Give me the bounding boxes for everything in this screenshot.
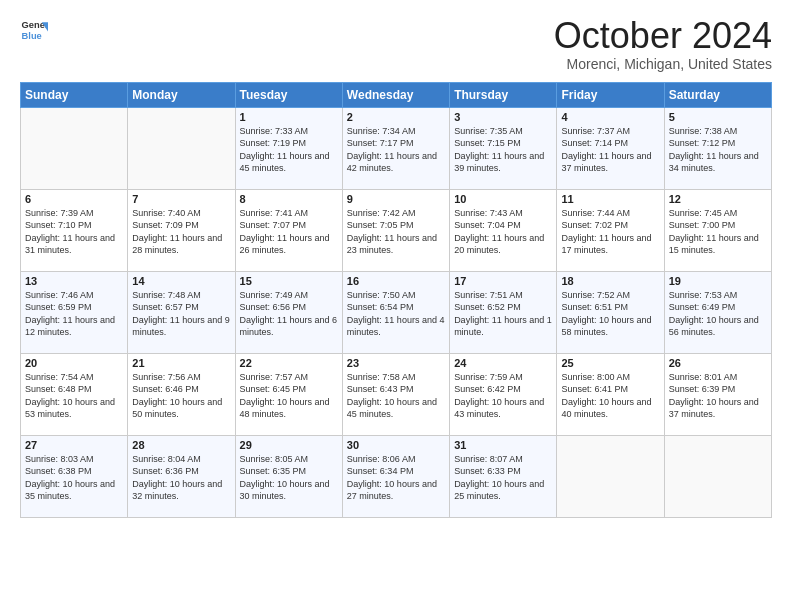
day-info: Sunrise: 7:48 AM Sunset: 6:57 PM Dayligh… xyxy=(132,289,230,339)
day-number: 10 xyxy=(454,193,552,205)
day-cell xyxy=(21,107,128,189)
logo-icon: General Blue xyxy=(20,16,48,44)
title-block: October 2024 Morenci, Michigan, United S… xyxy=(554,16,772,72)
day-number: 9 xyxy=(347,193,445,205)
day-info: Sunrise: 8:01 AM Sunset: 6:39 PM Dayligh… xyxy=(669,371,767,421)
day-number: 4 xyxy=(561,111,659,123)
day-number: 26 xyxy=(669,357,767,369)
calendar-subtitle: Morenci, Michigan, United States xyxy=(554,56,772,72)
day-info: Sunrise: 7:35 AM Sunset: 7:15 PM Dayligh… xyxy=(454,125,552,175)
day-info: Sunrise: 7:39 AM Sunset: 7:10 PM Dayligh… xyxy=(25,207,123,257)
day-number: 11 xyxy=(561,193,659,205)
day-number: 8 xyxy=(240,193,338,205)
day-info: Sunrise: 7:43 AM Sunset: 7:04 PM Dayligh… xyxy=(454,207,552,257)
day-cell: 21Sunrise: 7:56 AM Sunset: 6:46 PM Dayli… xyxy=(128,353,235,435)
day-info: Sunrise: 7:57 AM Sunset: 6:45 PM Dayligh… xyxy=(240,371,338,421)
day-number: 14 xyxy=(132,275,230,287)
header-wednesday: Wednesday xyxy=(342,82,449,107)
day-number: 7 xyxy=(132,193,230,205)
day-cell xyxy=(128,107,235,189)
day-info: Sunrise: 7:33 AM Sunset: 7:19 PM Dayligh… xyxy=(240,125,338,175)
day-info: Sunrise: 7:34 AM Sunset: 7:17 PM Dayligh… xyxy=(347,125,445,175)
day-cell: 30Sunrise: 8:06 AM Sunset: 6:34 PM Dayli… xyxy=(342,435,449,517)
day-info: Sunrise: 8:05 AM Sunset: 6:35 PM Dayligh… xyxy=(240,453,338,503)
day-info: Sunrise: 7:46 AM Sunset: 6:59 PM Dayligh… xyxy=(25,289,123,339)
day-number: 27 xyxy=(25,439,123,451)
day-info: Sunrise: 7:40 AM Sunset: 7:09 PM Dayligh… xyxy=(132,207,230,257)
day-number: 29 xyxy=(240,439,338,451)
calendar-header: General Blue October 2024 Morenci, Michi… xyxy=(20,16,772,72)
day-cell: 17Sunrise: 7:51 AM Sunset: 6:52 PM Dayli… xyxy=(450,271,557,353)
day-cell: 24Sunrise: 7:59 AM Sunset: 6:42 PM Dayli… xyxy=(450,353,557,435)
day-cell: 19Sunrise: 7:53 AM Sunset: 6:49 PM Dayli… xyxy=(664,271,771,353)
day-cell: 13Sunrise: 7:46 AM Sunset: 6:59 PM Dayli… xyxy=(21,271,128,353)
day-cell: 2Sunrise: 7:34 AM Sunset: 7:17 PM Daylig… xyxy=(342,107,449,189)
day-cell: 12Sunrise: 7:45 AM Sunset: 7:00 PM Dayli… xyxy=(664,189,771,271)
day-cell: 3Sunrise: 7:35 AM Sunset: 7:15 PM Daylig… xyxy=(450,107,557,189)
header-thursday: Thursday xyxy=(450,82,557,107)
week-row-3: 13Sunrise: 7:46 AM Sunset: 6:59 PM Dayli… xyxy=(21,271,772,353)
day-number: 18 xyxy=(561,275,659,287)
day-cell: 22Sunrise: 7:57 AM Sunset: 6:45 PM Dayli… xyxy=(235,353,342,435)
day-cell: 23Sunrise: 7:58 AM Sunset: 6:43 PM Dayli… xyxy=(342,353,449,435)
svg-text:Blue: Blue xyxy=(22,31,42,41)
day-cell: 9Sunrise: 7:42 AM Sunset: 7:05 PM Daylig… xyxy=(342,189,449,271)
day-cell: 6Sunrise: 7:39 AM Sunset: 7:10 PM Daylig… xyxy=(21,189,128,271)
week-row-1: 1Sunrise: 7:33 AM Sunset: 7:19 PM Daylig… xyxy=(21,107,772,189)
day-info: Sunrise: 7:45 AM Sunset: 7:00 PM Dayligh… xyxy=(669,207,767,257)
day-info: Sunrise: 8:06 AM Sunset: 6:34 PM Dayligh… xyxy=(347,453,445,503)
day-info: Sunrise: 8:03 AM Sunset: 6:38 PM Dayligh… xyxy=(25,453,123,503)
day-number: 30 xyxy=(347,439,445,451)
day-number: 16 xyxy=(347,275,445,287)
day-number: 2 xyxy=(347,111,445,123)
week-row-4: 20Sunrise: 7:54 AM Sunset: 6:48 PM Dayli… xyxy=(21,353,772,435)
day-number: 17 xyxy=(454,275,552,287)
day-info: Sunrise: 7:53 AM Sunset: 6:49 PM Dayligh… xyxy=(669,289,767,339)
day-number: 28 xyxy=(132,439,230,451)
day-number: 5 xyxy=(669,111,767,123)
calendar-page: General Blue October 2024 Morenci, Michi… xyxy=(0,0,792,612)
day-number: 31 xyxy=(454,439,552,451)
day-info: Sunrise: 8:07 AM Sunset: 6:33 PM Dayligh… xyxy=(454,453,552,503)
day-info: Sunrise: 7:42 AM Sunset: 7:05 PM Dayligh… xyxy=(347,207,445,257)
day-number: 22 xyxy=(240,357,338,369)
logo: General Blue xyxy=(20,16,50,44)
day-info: Sunrise: 7:52 AM Sunset: 6:51 PM Dayligh… xyxy=(561,289,659,339)
day-cell: 31Sunrise: 8:07 AM Sunset: 6:33 PM Dayli… xyxy=(450,435,557,517)
day-number: 25 xyxy=(561,357,659,369)
day-cell: 5Sunrise: 7:38 AM Sunset: 7:12 PM Daylig… xyxy=(664,107,771,189)
day-number: 3 xyxy=(454,111,552,123)
calendar-body: 1Sunrise: 7:33 AM Sunset: 7:19 PM Daylig… xyxy=(21,107,772,517)
day-info: Sunrise: 7:58 AM Sunset: 6:43 PM Dayligh… xyxy=(347,371,445,421)
day-cell xyxy=(664,435,771,517)
day-cell: 1Sunrise: 7:33 AM Sunset: 7:19 PM Daylig… xyxy=(235,107,342,189)
day-cell: 16Sunrise: 7:50 AM Sunset: 6:54 PM Dayli… xyxy=(342,271,449,353)
day-number: 20 xyxy=(25,357,123,369)
day-cell: 8Sunrise: 7:41 AM Sunset: 7:07 PM Daylig… xyxy=(235,189,342,271)
header-friday: Friday xyxy=(557,82,664,107)
day-cell: 7Sunrise: 7:40 AM Sunset: 7:09 PM Daylig… xyxy=(128,189,235,271)
day-cell: 14Sunrise: 7:48 AM Sunset: 6:57 PM Dayli… xyxy=(128,271,235,353)
day-info: Sunrise: 7:51 AM Sunset: 6:52 PM Dayligh… xyxy=(454,289,552,339)
day-info: Sunrise: 7:56 AM Sunset: 6:46 PM Dayligh… xyxy=(132,371,230,421)
day-cell: 28Sunrise: 8:04 AM Sunset: 6:36 PM Dayli… xyxy=(128,435,235,517)
day-cell: 26Sunrise: 8:01 AM Sunset: 6:39 PM Dayli… xyxy=(664,353,771,435)
header-tuesday: Tuesday xyxy=(235,82,342,107)
day-info: Sunrise: 7:54 AM Sunset: 6:48 PM Dayligh… xyxy=(25,371,123,421)
day-info: Sunrise: 7:50 AM Sunset: 6:54 PM Dayligh… xyxy=(347,289,445,339)
day-number: 24 xyxy=(454,357,552,369)
day-info: Sunrise: 8:04 AM Sunset: 6:36 PM Dayligh… xyxy=(132,453,230,503)
day-info: Sunrise: 7:41 AM Sunset: 7:07 PM Dayligh… xyxy=(240,207,338,257)
day-cell: 25Sunrise: 8:00 AM Sunset: 6:41 PM Dayli… xyxy=(557,353,664,435)
week-row-5: 27Sunrise: 8:03 AM Sunset: 6:38 PM Dayli… xyxy=(21,435,772,517)
day-cell: 11Sunrise: 7:44 AM Sunset: 7:02 PM Dayli… xyxy=(557,189,664,271)
day-number: 19 xyxy=(669,275,767,287)
day-number: 12 xyxy=(669,193,767,205)
day-number: 21 xyxy=(132,357,230,369)
day-cell: 27Sunrise: 8:03 AM Sunset: 6:38 PM Dayli… xyxy=(21,435,128,517)
header-saturday: Saturday xyxy=(664,82,771,107)
day-cell xyxy=(557,435,664,517)
days-header-row: Sunday Monday Tuesday Wednesday Thursday… xyxy=(21,82,772,107)
day-number: 13 xyxy=(25,275,123,287)
day-info: Sunrise: 7:37 AM Sunset: 7:14 PM Dayligh… xyxy=(561,125,659,175)
